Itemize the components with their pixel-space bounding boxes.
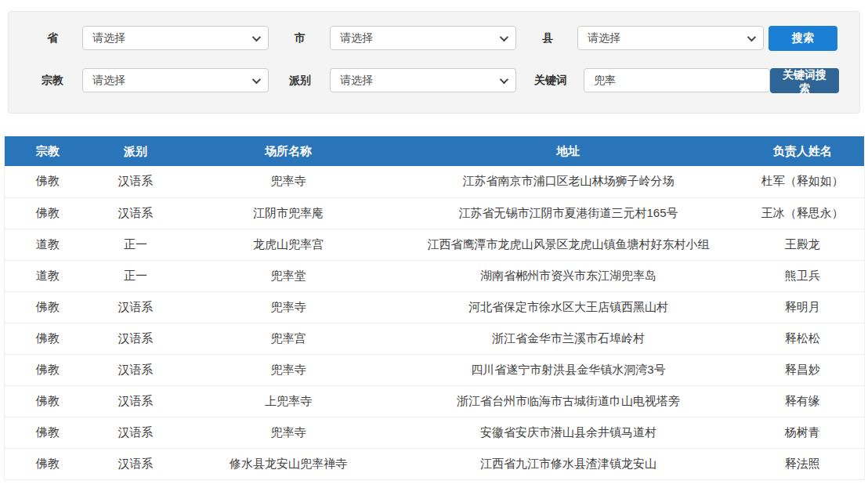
- table-cell: 兜率寺: [181, 166, 396, 197]
- table-row: 佛教汉语系兜率寺河北省保定市徐水区大王店镇西黑山村释明月: [5, 291, 865, 323]
- table-cell: 杜军（释如如）: [741, 166, 865, 197]
- table-cell: 释松松: [741, 323, 865, 354]
- search-row-location: 省 请选择 市 请选择 县 请选择 搜索: [32, 26, 837, 50]
- table-row: 道教正一兜率堂湖南省郴州市资兴市东江湖兜率岛熊卫兵: [5, 260, 865, 291]
- religion-label: 宗教: [32, 74, 73, 88]
- table-cell: 释昌妙: [741, 354, 865, 385]
- table-row: 佛教汉语系修水县龙安山兜率禅寺江西省九江市修水县渣津镇龙安山释法照: [5, 448, 865, 479]
- table-cell: 佛教: [5, 197, 91, 229]
- column-header-religion: 宗教: [5, 136, 91, 166]
- column-header-address: 地址: [396, 136, 741, 166]
- table-row: 佛教汉语系兜率宫浙江省金华市兰溪市石埠岭村释松松: [5, 323, 865, 354]
- table-cell: 兜率寺: [181, 354, 396, 385]
- province-select[interactable]: 请选择: [82, 26, 269, 50]
- table-cell: 龙虎山兜率宫: [181, 229, 396, 260]
- table-cell: 浙江省台州市临海市古城街道巾山电视塔旁: [396, 385, 741, 417]
- city-label: 市: [280, 31, 320, 45]
- table-cell: 江苏省南京市浦口区老山林场狮子岭分场: [396, 166, 741, 197]
- table-cell: 四川省遂宁市射洪县金华镇水洞湾3号: [396, 354, 741, 385]
- table-row: 佛教汉语系兜率寺安徽省安庆市潜山县余井镇马道村杨树青: [5, 417, 865, 448]
- chevron-down-icon: [252, 74, 261, 83]
- keyword-label: 关键词: [527, 74, 574, 88]
- table-row: 佛教汉语系上兜率寺浙江省台州市临海市古城街道巾山电视塔旁释有缘: [5, 385, 865, 417]
- table-cell: 湖南省郴州市资兴市东江湖兜率岛: [396, 260, 741, 291]
- chevron-down-icon: [747, 32, 756, 41]
- table-cell: 道教: [5, 229, 91, 260]
- religion-select-value: 请选择: [92, 74, 125, 88]
- table-cell: 佛教: [5, 417, 91, 448]
- chevron-down-icon: [500, 32, 508, 41]
- table-cell: 熊卫兵: [741, 260, 865, 291]
- table-row: 道教正一龙虎山兜率宫江西省鹰潭市龙虎山风景区龙虎山镇鱼塘村好东村小组王殿龙: [5, 229, 865, 260]
- keyword-input[interactable]: [584, 68, 770, 92]
- table-body: 佛教汉语系兜率寺江苏省南京市浦口区老山林场狮子岭分场杜军（释如如）佛教汉语系江阴…: [5, 166, 865, 479]
- table-cell: 佛教: [5, 291, 91, 323]
- table-cell: 汉语系: [91, 166, 181, 197]
- table-cell: 汉语系: [91, 385, 181, 417]
- table-row: 佛教汉语系兜率寺江苏省南京市浦口区老山林场狮子岭分场杜军（释如如）: [5, 166, 865, 197]
- table-cell: 佛教: [5, 354, 91, 385]
- table-row: 佛教汉语系江阴市兜率庵江苏省无锡市江阴市夏港街道三元村165号王冰（释思永）: [5, 197, 865, 229]
- table-cell: 上兜率寺: [181, 385, 396, 417]
- table-cell: 浙江省金华市兰溪市石埠岭村: [396, 323, 741, 354]
- religion-field: 宗教 请选择: [32, 68, 269, 92]
- results-table: 宗教 派别 场所名称 地址 负责人姓名 佛教汉语系兜率寺江苏省南京市浦口区老山林…: [4, 136, 865, 480]
- city-select-value: 请选择: [340, 31, 373, 45]
- city-select[interactable]: 请选择: [330, 26, 516, 50]
- search-button[interactable]: 搜索: [769, 26, 837, 51]
- table-cell: 江西省九江市修水县渣津镇龙安山: [396, 448, 741, 479]
- table-cell: 兜率寺: [181, 291, 396, 323]
- search-panel: 省 请选择 市 请选择 县 请选择 搜索 宗教 请选择: [8, 11, 860, 114]
- table-cell: 释明月: [741, 291, 865, 323]
- table-cell: 佛教: [5, 448, 91, 479]
- table-cell: 汉语系: [91, 197, 181, 229]
- province-field: 省 请选择: [32, 26, 269, 50]
- table-cell: 正一: [91, 229, 181, 260]
- chevron-down-icon: [500, 74, 508, 83]
- column-header-venue-name: 场所名称: [181, 136, 396, 166]
- column-header-sect: 派别: [91, 136, 181, 166]
- keyword-search-button[interactable]: 关键词搜索: [770, 68, 839, 93]
- table-cell: 修水县龙安山兜率禅寺: [181, 448, 396, 479]
- province-label: 省: [32, 31, 73, 45]
- table-cell: 正一: [91, 260, 181, 291]
- table-cell: 兜率堂: [181, 260, 396, 291]
- city-field: 市 请选择: [280, 26, 516, 50]
- table-cell: 佛教: [5, 323, 91, 354]
- table-cell: 道教: [5, 260, 91, 291]
- table-cell: 汉语系: [91, 417, 181, 448]
- religion-select[interactable]: 请选择: [82, 68, 269, 92]
- table-cell: 杨树青: [741, 417, 865, 448]
- table-cell: 江西省鹰潭市龙虎山风景区龙虎山镇鱼塘村好东村小组: [396, 229, 741, 260]
- column-header-person: 负责人姓名: [741, 136, 865, 166]
- province-select-value: 请选择: [92, 31, 125, 45]
- table-cell: 汉语系: [91, 448, 181, 479]
- table-cell: 兜率宫: [181, 323, 396, 354]
- table-cell: 河北省保定市徐水区大王店镇西黑山村: [396, 291, 741, 323]
- table-cell: 兜率寺: [181, 417, 396, 448]
- table-cell: 佛教: [5, 385, 91, 417]
- table-cell: 王冰（释思永）: [741, 197, 865, 229]
- table-cell: 汉语系: [91, 354, 181, 385]
- sect-select[interactable]: 请选择: [330, 68, 516, 92]
- sect-select-value: 请选择: [340, 74, 373, 88]
- county-select-value: 请选择: [588, 31, 620, 45]
- table-cell: 佛教: [5, 166, 91, 197]
- county-select[interactable]: 请选择: [577, 26, 764, 50]
- table-header: 宗教 派别 场所名称 地址 负责人姓名: [5, 136, 865, 166]
- county-label: 县: [527, 31, 568, 45]
- sect-label: 派别: [280, 74, 320, 88]
- table-cell: 汉语系: [91, 291, 181, 323]
- table-cell: 释法照: [741, 448, 865, 479]
- search-row-category: 宗教 请选择 派别 请选择 关键词 关键词搜索: [32, 68, 837, 92]
- table-cell: 汉语系: [91, 323, 181, 354]
- table-cell: 江苏省无锡市江阴市夏港街道三元村165号: [396, 197, 741, 229]
- keyword-field: 关键词: [527, 68, 770, 92]
- table-cell: 安徽省安庆市潜山县余井镇马道村: [396, 417, 741, 448]
- table-cell: 王殿龙: [741, 229, 865, 260]
- county-field: 县 请选择: [527, 26, 764, 50]
- sect-field: 派别 请选择: [280, 68, 516, 92]
- chevron-down-icon: [252, 32, 261, 41]
- table-cell: 释有缘: [741, 385, 865, 417]
- table-row: 佛教汉语系兜率寺四川省遂宁市射洪县金华镇水洞湾3号释昌妙: [5, 354, 865, 385]
